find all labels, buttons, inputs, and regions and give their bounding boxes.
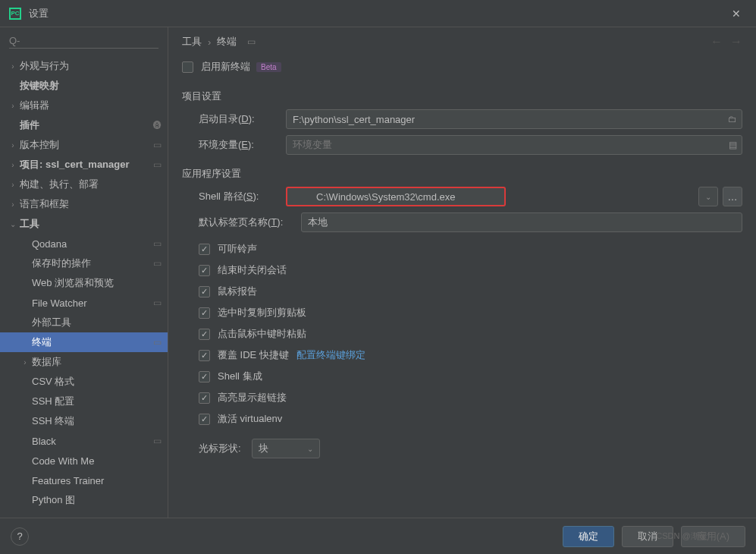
label-cursor-shape: 光标形状: [199, 442, 252, 455]
sidebar-item[interactable]: ›数据库 [0, 352, 168, 372]
sidebar-item[interactable]: 插件🅐 [0, 115, 168, 135]
chevron-icon: › [9, 161, 17, 169]
checkbox-copy-select[interactable] [199, 307, 210, 319]
row-enable-new-terminal[interactable]: 启用新终端 Beta [182, 56, 742, 77]
sidebar-item[interactable]: ›版本控制▭ [0, 135, 168, 155]
chevron-icon: › [9, 62, 17, 71]
sidebar-item[interactable]: ›编辑器 [0, 96, 168, 115]
sidebar-item[interactable]: 按键映射 [0, 76, 168, 96]
checkbox-highlight-links[interactable] [199, 392, 210, 404]
sidebar-item[interactable]: ›项目: ssl_cert_manager▭ [0, 155, 168, 175]
project-scope-icon: ▭ [153, 140, 162, 150]
checkbox-override-ide[interactable] [199, 350, 210, 361]
sidebar-item-label: Python 图 [32, 493, 162, 507]
label-enable-new-terminal: 启用新终端 [201, 60, 250, 74]
sidebar-item[interactable]: Qodana▭ [0, 234, 168, 253]
sidebar-item[interactable]: SSH 终端 [0, 411, 168, 431]
back-icon[interactable]: ← [711, 35, 723, 49]
content: 工具 › 终端 ▭ ← → 启用新终端 Beta 项目设置 启动目录(D): [168, 27, 756, 518]
link-configure-keys[interactable]: 配置终端键绑定 [296, 348, 365, 362]
input-default-tab[interactable]: 本地 [301, 212, 742, 232]
sidebar-item[interactable]: File Watcher▭ [0, 293, 168, 313]
checkbox-enable-new-terminal[interactable] [182, 61, 193, 73]
sidebar-item[interactable]: CSV 格式 [0, 372, 168, 392]
sidebar-item-label: Black [32, 436, 149, 447]
label-middle-paste: 点击鼠标中键时粘贴 [218, 327, 306, 341]
label-override-ide: 覆盖 IDE 快捷键 [218, 348, 289, 362]
sidebar-item[interactable]: 保存时的操作▭ [0, 253, 168, 273]
sidebar-item[interactable]: Features Trainer [0, 471, 168, 490]
help-button[interactable]: ? [11, 527, 29, 546]
list-icon[interactable]: ▤ [729, 140, 737, 150]
row-shell-integration[interactable]: Shell 集成 [199, 366, 742, 387]
sidebar-item-label: 保存时的操作 [32, 257, 149, 270]
value-cursor-shape: 块 [259, 442, 268, 455]
label-close-session: 结束时关闭会话 [218, 263, 287, 277]
nav-arrows: ← → [711, 35, 742, 49]
sidebar-item[interactable]: Black▭ [0, 431, 168, 451]
label-highlight-links: 高亮显示超链接 [218, 391, 287, 404]
row-override-ide[interactable]: 覆盖 IDE 快捷键配置终端键绑定 [199, 345, 742, 366]
input-env-var[interactable]: 环境变量 ▤ [286, 135, 742, 155]
sidebar-item-label: 版本控制 [20, 138, 149, 152]
row-copy-select[interactable]: 选中时复制到剪贴板 [199, 302, 742, 323]
breadcrumb-parent[interactable]: 工具 [182, 35, 202, 49]
checkbox-shell-integration[interactable] [199, 371, 210, 382]
chevron-icon: › [21, 358, 29, 367]
label-activate-venv: 激活 virtualenv [218, 412, 282, 426]
row-close-session[interactable]: 结束时关闭会话 [199, 260, 742, 281]
sidebar-item[interactable]: ›语言和框架 [0, 194, 168, 214]
row-env-var: 环境变量(E): 环境变量 ▤ [199, 135, 742, 155]
chevron-icon: › [9, 181, 17, 189]
sidebar-item-label: Web 浏览器和预览 [32, 276, 162, 290]
sidebar-item[interactable]: 终端▭ [0, 332, 168, 352]
cancel-button[interactable]: 取消 [622, 526, 673, 547]
sidebar-item[interactable]: Code With Me [0, 451, 168, 471]
settings-tree[interactable]: ›外观与行为按键映射›编辑器插件🅐›版本控制▭›项目: ssl_cert_man… [0, 56, 168, 518]
row-activate-venv[interactable]: 激活 virtualenv [199, 408, 742, 430]
sidebar-item-label: 项目: ssl_cert_manager [20, 158, 149, 172]
search-input[interactable] [9, 33, 158, 49]
label-start-dir: 启动目录(D): [199, 112, 286, 126]
sidebar-item-label: 外观与行为 [20, 59, 162, 73]
checkbox-middle-paste[interactable] [199, 329, 210, 340]
sidebar-item[interactable]: Web 浏览器和预览 [0, 273, 168, 293]
select-cursor-shape[interactable]: 块 ⌄ [252, 439, 320, 458]
sidebar-item[interactable]: ›外观与行为 [0, 56, 168, 76]
sidebar-item[interactable]: Python 图 [0, 490, 168, 510]
sidebar-item-label: Qodana [32, 238, 149, 250]
sidebar-item[interactable]: ›构建、执行、部署 [0, 175, 168, 194]
value-shell-path: C:\Windows\System32\cmd.exe [316, 191, 456, 203]
row-audible[interactable]: 可听铃声 [199, 238, 742, 260]
reset-icon[interactable]: ▭ [247, 36, 256, 47]
row-highlight-links[interactable]: 高亮显示超链接 [199, 387, 742, 408]
row-shell-path: Shell 路径(S): C:\Windows\System32\cmd.exe… [199, 187, 742, 206]
checkbox-audible[interactable] [199, 244, 210, 255]
sidebar-item[interactable]: 外部工具 [0, 313, 168, 332]
checkbox-activate-venv[interactable] [199, 414, 210, 425]
sidebar-item[interactable]: ⌄工具 [0, 214, 168, 234]
project-scope-icon: ▭ [153, 159, 162, 170]
row-mouse-report[interactable]: 鼠标报告 [199, 281, 742, 302]
forward-icon[interactable]: → [730, 35, 742, 49]
sidebar-item[interactable]: SSH 配置 [0, 392, 168, 411]
project-scope-icon: ▭ [153, 238, 162, 249]
placeholder-env-var: 环境变量 [293, 138, 332, 152]
window-title: 设置 [29, 7, 726, 20]
checkbox-close-session[interactable] [199, 265, 210, 276]
titlebar: 设置 ✕ [0, 0, 756, 27]
chevron-icon: ⌄ [9, 220, 17, 228]
checkbox-mouse-report[interactable] [199, 286, 210, 297]
shell-path-dropdown[interactable]: ⌄ [698, 187, 718, 206]
breadcrumb: 工具 › 终端 ▭ ← → [168, 27, 756, 56]
ok-button[interactable]: 确定 [563, 526, 614, 547]
section-project-settings: 项目设置 [182, 90, 742, 103]
row-middle-paste[interactable]: 点击鼠标中键时粘贴 [199, 323, 742, 345]
input-shell-path-highlight[interactable]: C:\Windows\System32\cmd.exe [286, 187, 506, 206]
close-icon[interactable]: ✕ [726, 5, 747, 23]
apply-button[interactable]: 应用(A) [681, 526, 745, 547]
folder-icon[interactable]: 🗀 [728, 114, 737, 124]
browse-button[interactable]: … [723, 187, 742, 206]
input-start-dir[interactable]: F:\python\ssl_cert_manager 🗀 [286, 109, 742, 129]
value-start-dir: F:\python\ssl_cert_manager [293, 114, 415, 125]
